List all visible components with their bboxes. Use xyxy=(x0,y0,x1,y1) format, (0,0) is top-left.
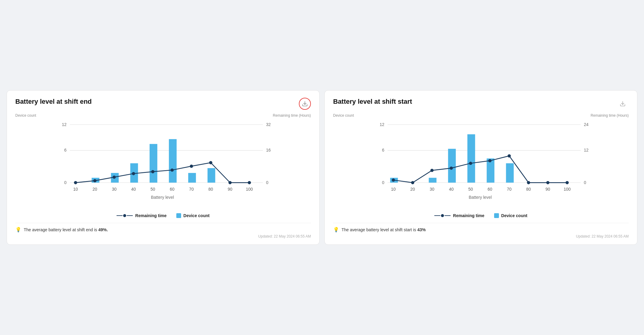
insight-end: 💡 The average battery level at shift end… xyxy=(15,227,311,232)
line-start xyxy=(393,156,567,183)
legend-line-graphic-start xyxy=(434,214,451,217)
dot-end-3 xyxy=(132,172,135,175)
remaining-time-label-end: Remaining time (Hours) xyxy=(273,113,311,118)
card-title-end: Battery level at shift end xyxy=(15,98,92,106)
insight-start: 💡 The average battery level at shift sta… xyxy=(333,227,629,232)
bar-end-7 xyxy=(208,168,215,183)
legend-line-start: Remaining time xyxy=(434,213,484,218)
dot-end-8 xyxy=(229,181,232,184)
bulb-icon-end: 💡 xyxy=(15,227,21,232)
insight-label-end: The average battery level at shift end i… xyxy=(24,227,98,232)
svg-text:10: 10 xyxy=(391,187,396,192)
dot-start-5 xyxy=(488,159,492,162)
bar-start-4 xyxy=(467,134,475,183)
bar-end-6 xyxy=(188,173,196,183)
legend-dot-end xyxy=(123,214,126,217)
insight-text-start: The average battery level at shift start… xyxy=(342,227,426,232)
svg-text:0: 0 xyxy=(64,180,67,185)
dot-start-0 xyxy=(392,178,395,182)
svg-text:32: 32 xyxy=(266,122,271,127)
legend-line-seg-start xyxy=(434,215,440,216)
legend-line-label-start: Remaining time xyxy=(453,213,484,218)
card-title-start: Battery level at shift start xyxy=(333,98,412,106)
device-count-label-start: Device count xyxy=(333,113,354,118)
dot-start-6 xyxy=(508,154,511,158)
svg-text:40: 40 xyxy=(449,187,454,192)
legend-bar-label-end: Device count xyxy=(184,213,210,218)
dot-start-8 xyxy=(546,181,550,184)
updated-end: Updated: 22 May 2024 06:55 AM xyxy=(15,234,311,238)
bar-end-4 xyxy=(150,144,157,183)
dot-start-7 xyxy=(527,181,530,184)
legend-bar-label-start: Device count xyxy=(501,213,527,218)
svg-text:6: 6 xyxy=(382,148,384,152)
dot-start-1 xyxy=(411,181,415,184)
svg-text:30: 30 xyxy=(112,187,117,192)
svg-text:Battery level: Battery level xyxy=(469,195,492,200)
line-end xyxy=(76,163,250,183)
card-footer-start: 💡 The average battery level at shift sta… xyxy=(333,223,629,238)
dot-end-7 xyxy=(209,161,212,164)
svg-text:50: 50 xyxy=(468,187,473,192)
svg-text:70: 70 xyxy=(189,187,194,192)
remaining-time-label-start: Remaining time (Hours) xyxy=(591,113,629,118)
svg-text:0: 0 xyxy=(584,180,586,185)
svg-text:24: 24 xyxy=(584,122,589,127)
svg-text:30: 30 xyxy=(430,187,434,192)
legend-bar-end: Device count xyxy=(176,213,210,218)
svg-text:12: 12 xyxy=(62,122,67,127)
legend-line-seg-end xyxy=(117,215,123,216)
legend-line-end: Remaining time xyxy=(117,213,166,218)
insight-bold-start: 43% xyxy=(417,227,426,232)
dot-end-9 xyxy=(248,181,251,184)
svg-text:60: 60 xyxy=(170,187,175,192)
legend-end: Remaining time Device count xyxy=(15,213,311,218)
svg-text:90: 90 xyxy=(228,187,232,192)
legend-line-seg2-start xyxy=(445,215,451,216)
chart-end: 12 6 0 32 16 0 xyxy=(15,118,311,208)
svg-text:50: 50 xyxy=(150,187,155,192)
dashboard: Battery level at shift end Device count … xyxy=(7,90,637,245)
download-button-start[interactable] xyxy=(617,98,629,110)
chart-svg-end: 12 6 0 32 16 0 xyxy=(15,118,311,208)
svg-text:100: 100 xyxy=(564,187,571,192)
dot-start-4 xyxy=(469,162,472,165)
chart-svg-start: 12 6 0 24 12 0 xyxy=(333,118,629,208)
insight-label-start: The average battery level at shift start… xyxy=(342,227,417,232)
svg-text:0: 0 xyxy=(266,180,269,185)
legend-line-label-end: Remaining time xyxy=(135,213,166,218)
insight-text-end: The average battery level at shift end i… xyxy=(24,227,108,232)
svg-text:0: 0 xyxy=(382,180,384,185)
legend-bar-start: Device count xyxy=(494,213,527,218)
chart-start: 12 6 0 24 12 0 xyxy=(333,118,629,208)
svg-text:20: 20 xyxy=(410,187,415,192)
dot-end-6 xyxy=(190,164,193,168)
svg-text:20: 20 xyxy=(93,187,97,192)
bar-start-3 xyxy=(448,149,456,183)
device-count-label-end: Device count xyxy=(15,113,36,118)
svg-text:80: 80 xyxy=(526,187,531,192)
svg-text:100: 100 xyxy=(246,187,253,192)
svg-text:70: 70 xyxy=(507,187,512,192)
svg-text:16: 16 xyxy=(266,148,271,152)
svg-text:12: 12 xyxy=(380,122,384,127)
svg-text:10: 10 xyxy=(73,187,78,192)
download-icon-start xyxy=(620,101,626,107)
legend-line-graphic-end xyxy=(117,214,133,217)
card-shift-end: Battery level at shift end Device count … xyxy=(7,90,320,245)
svg-text:6: 6 xyxy=(64,148,67,152)
legend-start: Remaining time Device count xyxy=(333,213,629,218)
legend-bar-graphic-end xyxy=(176,213,181,218)
card-header-end: Battery level at shift end xyxy=(15,98,311,110)
download-button-end[interactable] xyxy=(299,98,311,110)
legend-line-seg2-end xyxy=(127,215,133,216)
card-footer-end: 💡 The average battery level at shift end… xyxy=(15,223,311,238)
dot-end-5 xyxy=(171,168,174,172)
bulb-icon-start: 💡 xyxy=(333,227,339,232)
svg-text:80: 80 xyxy=(208,187,213,192)
svg-text:40: 40 xyxy=(131,187,136,192)
axis-labels-start: Device count Remaining time (Hours) xyxy=(333,113,629,118)
dot-end-0 xyxy=(74,181,77,184)
bar-end-5 xyxy=(169,139,177,183)
svg-text:90: 90 xyxy=(545,187,550,192)
